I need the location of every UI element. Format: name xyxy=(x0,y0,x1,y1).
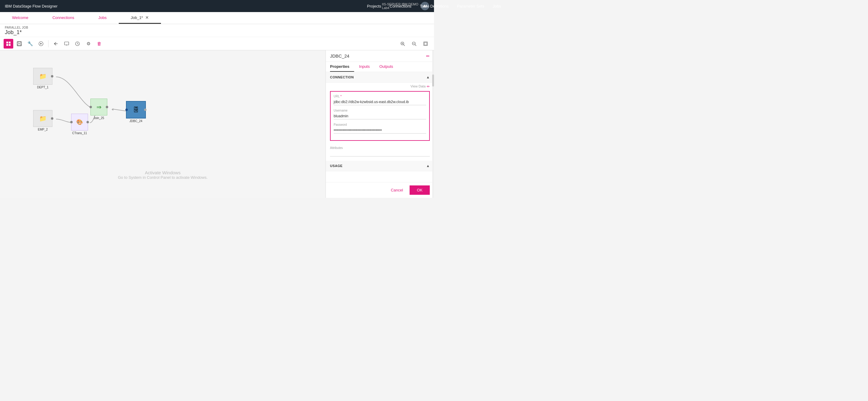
disk-icon xyxy=(17,41,22,46)
nav-table-definitions[interactable]: Table Definitions xyxy=(420,4,434,8)
node-jdbc24-box[interactable]: 🗄 xyxy=(126,101,146,119)
attributes-input-line[interactable] xyxy=(330,150,430,156)
toolbar-delete-button[interactable]: 🗑 xyxy=(94,39,104,49)
tab-bar: Welcome Connections Jobs Job_1* ✕ xyxy=(0,12,434,24)
panel-title: JDBC_24 xyxy=(330,53,349,59)
toolbar-wrench-button[interactable]: 🔧 xyxy=(25,39,35,49)
svg-marker-24 xyxy=(112,108,113,111)
node-jdbc24-port-right xyxy=(144,109,147,111)
usage-chevron-icon: ▲ xyxy=(426,164,430,168)
svg-rect-0 xyxy=(6,41,8,43)
node-join25-port-left xyxy=(90,106,92,108)
toolbar-fit-button[interactable] xyxy=(421,39,430,49)
svg-rect-2 xyxy=(6,44,8,46)
nav-projects[interactable]: Projects xyxy=(367,4,381,8)
back-icon xyxy=(53,41,58,46)
connection-section-title: CONNECTION xyxy=(330,75,354,79)
node-join25[interactable]: ⇒ Join_25 xyxy=(90,99,107,120)
view-data-row: View Data ✏ xyxy=(326,83,434,89)
fit-icon xyxy=(423,41,428,46)
password-input[interactable] xyxy=(334,127,426,133)
svg-line-14 xyxy=(78,44,79,44)
nav-links: Projects Connections Table Definitions P… xyxy=(367,4,434,8)
toolbar-zoom-in-button[interactable] xyxy=(398,39,407,49)
toolbar-zoom-controls xyxy=(398,39,430,49)
url-label: URL * xyxy=(334,95,426,98)
connection-section-header[interactable]: CONNECTION ▲ xyxy=(326,72,434,83)
nav-connections[interactable]: Connections xyxy=(390,4,411,8)
cancel-button[interactable]: Cancel xyxy=(387,185,407,195)
node-join25-port-right xyxy=(106,106,108,108)
clock-icon xyxy=(75,41,80,46)
node-dept1-port-right xyxy=(51,75,53,78)
run-icon xyxy=(38,41,43,46)
node-dept1-box[interactable]: 📁 xyxy=(33,68,53,85)
node-jdbc24[interactable]: 🗄 JDBC_24 xyxy=(126,101,146,123)
panel-tab-properties[interactable]: Properties xyxy=(330,62,354,72)
ok-button[interactable]: OK xyxy=(410,185,430,195)
toolbar-back-button[interactable] xyxy=(51,39,61,49)
page-title: Job_1* xyxy=(5,29,429,36)
panel-footer: Cancel OK xyxy=(326,182,434,198)
url-input[interactable] xyxy=(334,99,426,105)
usage-section-header[interactable]: USAGE ▲ xyxy=(326,161,434,171)
svg-rect-9 xyxy=(64,42,69,45)
toolbar-monitor-button[interactable] xyxy=(62,39,71,49)
node-emp2-port-right xyxy=(51,117,53,120)
panel-tab-outputs[interactable]: Outputs xyxy=(379,62,398,72)
node-join25-label: Join_25 xyxy=(93,116,104,120)
right-panel: JDBC_24 ✏ Properties Inputs Outputs CONN… xyxy=(326,50,434,198)
app-brand: IBM DataStage Flow Designer xyxy=(5,4,58,8)
panel-header: JDBC_24 ✏ xyxy=(326,50,434,62)
node-emp2-box[interactable]: 📁 xyxy=(33,110,53,127)
toolbar-clock-button[interactable] xyxy=(73,39,82,49)
view-data-link[interactable]: View Data xyxy=(410,85,426,89)
tab-jobs[interactable]: Jobs xyxy=(86,12,119,24)
svg-rect-1 xyxy=(9,41,10,43)
tab-welcome[interactable]: Welcome xyxy=(0,12,40,24)
panel-edit-icon[interactable]: ✏ xyxy=(426,54,430,59)
node-ctrans11-port-right xyxy=(87,121,89,123)
page-header: PARALLEL JOB Job_1* xyxy=(0,24,434,37)
svg-line-16 xyxy=(404,44,405,46)
toolbar: 🔧 ⚙ 🗑 xyxy=(0,37,434,50)
node-dept1-label: DEPT_1 xyxy=(37,86,49,89)
svg-rect-23 xyxy=(424,42,427,45)
node-jdbc24-label: JDBC_24 xyxy=(130,119,143,123)
tab-connections[interactable]: Connections xyxy=(40,12,86,24)
url-required-marker: * xyxy=(340,95,341,98)
toolbar-gear-button[interactable]: ⚙ xyxy=(84,39,93,49)
url-field: URL * xyxy=(334,95,426,105)
username-input[interactable] xyxy=(334,113,426,119)
job-type-label: PARALLEL JOB xyxy=(5,26,429,29)
svg-rect-3 xyxy=(9,44,10,46)
panel-tab-inputs[interactable]: Inputs xyxy=(359,62,374,72)
attributes-label: Attributes xyxy=(330,146,430,150)
node-join25-box[interactable]: ⇒ xyxy=(90,99,107,116)
node-emp2[interactable]: 📁 EMP_2 xyxy=(33,110,53,131)
node-jdbc24-port-left xyxy=(125,109,128,111)
zoom-in-icon xyxy=(400,41,405,46)
attributes-section: Attributes xyxy=(326,143,434,159)
toolbar-save-active-button[interactable] xyxy=(4,39,13,49)
tab-job1[interactable]: Job_1* ✕ xyxy=(119,12,161,24)
tab-close-icon[interactable]: ✕ xyxy=(145,15,149,20)
canvas[interactable]: 📁 DEPT_1 📁 EMP_2 🎨 CTrans_11 xyxy=(0,50,326,198)
panel-scrollbar-track[interactable] xyxy=(432,50,434,198)
node-emp2-label: EMP_2 xyxy=(38,128,48,131)
svg-line-20 xyxy=(415,44,416,46)
toolbar-disk-button[interactable] xyxy=(14,39,24,49)
view-data-edit-icon[interactable]: ✏ xyxy=(427,85,430,89)
monitor-icon xyxy=(64,41,69,46)
toolbar-separator-1 xyxy=(48,40,49,47)
panel-scrollbar-thumb[interactable] xyxy=(432,74,434,87)
toolbar-zoom-out-button[interactable] xyxy=(409,39,419,49)
connection-form: URL * Username Password xyxy=(330,91,430,141)
node-ctrans11[interactable]: 🎨 CTrans_11 xyxy=(71,114,88,135)
node-dept1[interactable]: 📁 DEPT_1 xyxy=(33,68,53,89)
grid-icon xyxy=(6,41,11,46)
node-ctrans11-label: CTrans_11 xyxy=(72,131,87,135)
toolbar-run-button[interactable] xyxy=(36,39,46,49)
zoom-out-icon xyxy=(412,41,416,46)
node-ctrans11-box[interactable]: 🎨 xyxy=(71,114,88,130)
